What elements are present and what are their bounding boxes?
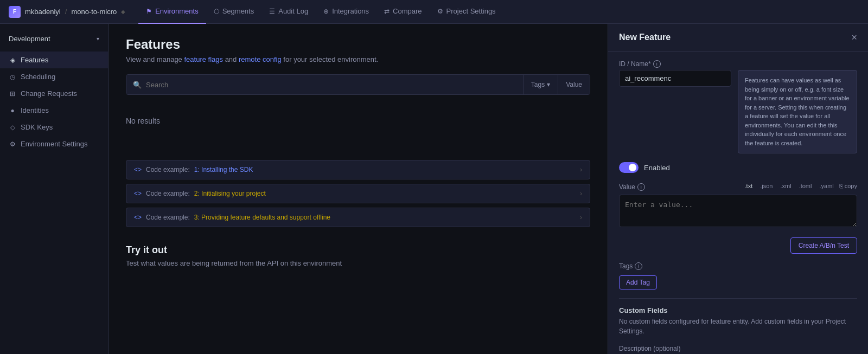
nav-label-integrations: Integrations — [332, 7, 369, 15]
value-section: Value i .txt .json .xml .toml .yaml ⎘ co… — [619, 182, 857, 229]
id-info-icon: i — [653, 60, 661, 68]
integrations-icon: ⊕ — [323, 8, 329, 15]
id-name-input[interactable] — [619, 70, 731, 87]
sidebar-item-identities[interactable]: ● Identities — [0, 102, 108, 119]
nav-item-integrations[interactable]: ⊕ Integrations — [316, 0, 376, 24]
code-example-2[interactable]: <> Code example: 2: Initialising your pr… — [126, 184, 590, 203]
app-logo: F — [9, 6, 21, 18]
chevron-down-icon: ▾ — [97, 36, 99, 42]
nav-label-environments: Environments — [155, 7, 198, 15]
code-example-link-1[interactable]: 1: Installing the SDK — [194, 166, 253, 173]
env-name: Development — [9, 35, 50, 43]
search-area: 🔍 — [126, 75, 523, 94]
enabled-toggle[interactable] — [619, 162, 639, 173]
description-section: Description (optional) — [619, 345, 857, 354]
enabled-row: Enabled — [619, 162, 857, 173]
sidebar-label-scheduling: Scheduling — [21, 73, 55, 81]
custom-fields-section: Custom Fields No custom fields configure… — [619, 298, 857, 336]
copy-icon: ⎘ — [839, 183, 843, 189]
try-section: Try it out Test what values are being re… — [126, 244, 590, 267]
code-example-1[interactable]: <> Code example: 1: Installing the SDK › — [126, 160, 590, 179]
sidebar-item-scheduling[interactable]: ◷ Scheduling — [0, 68, 108, 85]
nav-label-audit: Audit Log — [278, 7, 308, 15]
subtitle-text: View and manage — [126, 55, 182, 63]
id-input-wrapper — [619, 70, 731, 87]
compare-icon: ⇄ — [384, 8, 390, 15]
remote-config-link[interactable]: remote config — [239, 55, 282, 63]
nav-item-compare[interactable]: ⇄ Compare — [376, 0, 429, 24]
features-icon: ◈ — [9, 56, 16, 64]
sidebar-label-env-settings: Environment Settings — [21, 140, 88, 148]
nav-item-environments[interactable]: ⚑ Environments — [138, 0, 206, 24]
subtitle-suffix: for your selected environment. — [283, 55, 378, 63]
code-icon-2: <> — [134, 190, 142, 197]
environments-icon: ⚑ — [146, 8, 152, 15]
sidebar-item-features[interactable]: ◈ Features — [0, 52, 108, 68]
value-field-label: Value i — [619, 183, 645, 191]
nav-item-project-settings[interactable]: ⚙ Project Settings — [430, 0, 503, 24]
id-field-label: ID / Name* i — [619, 60, 857, 68]
tags-filter-button[interactable]: Tags ▾ — [524, 75, 558, 94]
search-icon: 🔍 — [133, 81, 142, 89]
sidebar-label-change-requests: Change Requests — [21, 89, 77, 98]
nav-item-audit-log[interactable]: ☰ Audit Log — [261, 0, 316, 24]
try-desc: Test what values are being returned from… — [126, 259, 590, 267]
format-toml-btn[interactable]: .toml — [797, 182, 814, 190]
tags-label: Tags — [531, 81, 545, 88]
project-name[interactable]: mono-to-micro — [71, 8, 117, 16]
custom-fields-desc: No custom fields configured for feature … — [619, 317, 857, 336]
tags-field-label: Tags i — [619, 262, 857, 270]
code-icon-1: <> — [134, 166, 142, 173]
sidebar-item-change-requests[interactable]: ⊞ Change Requests — [0, 85, 108, 102]
tags-section: Tags i Add Tag — [619, 262, 857, 289]
id-tooltip: Features can have values as well as bein… — [738, 70, 857, 153]
code-icon-3: <> — [134, 214, 142, 221]
scheduling-icon: ◷ — [9, 73, 16, 81]
tags-info-icon: i — [635, 262, 642, 270]
feature-flags-link[interactable]: feature flags — [184, 55, 223, 63]
format-txt-btn[interactable]: .txt — [743, 182, 755, 190]
nav-label-project-settings: Project Settings — [446, 7, 496, 15]
id-field-row: Features can have values as well as bein… — [619, 70, 857, 153]
close-button[interactable]: × — [851, 33, 857, 42]
topbar: F mkbadeniyi / mono-to-micro ◆ ⚑ Environ… — [0, 0, 868, 24]
try-title: Try it out — [126, 244, 590, 256]
nav-item-segments[interactable]: ⬡ Segments — [206, 0, 262, 24]
ab-test-button[interactable]: Create A/B/n Test — [790, 237, 857, 254]
value-filter-button[interactable]: Value — [558, 75, 590, 94]
code-example-link-3[interactable]: 3: Providing feature defaults and suppor… — [194, 214, 330, 221]
enabled-label: Enabled — [644, 164, 670, 172]
sdk-keys-icon: ◇ — [9, 124, 16, 131]
sidebar-item-sdk-keys[interactable]: ◇ SDK Keys — [0, 119, 108, 136]
chevron-right-icon-2: › — [580, 190, 582, 197]
code-example-link-2[interactable]: 2: Initialising your project — [194, 190, 266, 197]
tags-chevron-icon: ▾ — [547, 81, 550, 88]
breadcrumb-sep1: / — [65, 8, 67, 16]
page-title: Features — [126, 37, 590, 52]
chevron-right-icon-1: › — [580, 166, 582, 173]
copy-button[interactable]: ⎘ copy — [839, 183, 857, 189]
sidebar-item-environment-settings[interactable]: ⚙ Environment Settings — [0, 136, 108, 152]
panel-title: New Feature — [619, 33, 671, 42]
no-results-text: No results — [126, 104, 590, 138]
code-example-3[interactable]: <> Code example: 3: Providing feature de… — [126, 208, 590, 227]
nav-label-compare: Compare — [393, 7, 422, 15]
code-examples-section: <> Code example: 1: Installing the SDK ›… — [126, 160, 590, 227]
panel-body: ID / Name* i Features can have values as… — [608, 52, 868, 354]
format-xml-btn[interactable]: .xml — [778, 182, 793, 190]
format-yaml-btn[interactable]: .yaml — [817, 182, 835, 190]
search-input[interactable] — [146, 81, 516, 89]
value-toolbar: .txt .json .xml .toml .yaml ⎘ copy — [743, 182, 857, 190]
settings-icon: ⚙ — [437, 8, 443, 15]
value-input[interactable] — [619, 195, 857, 227]
description-label: Description (optional) — [619, 345, 857, 352]
add-tag-button[interactable]: Add Tag — [619, 275, 657, 289]
main-content: Features View and manage feature flags a… — [108, 24, 608, 354]
format-json-btn[interactable]: .json — [758, 182, 775, 190]
org-name[interactable]: mkbadeniyi — [25, 8, 61, 16]
sidebar-label-features: Features — [21, 56, 48, 64]
new-feature-panel: New Feature × ID / Name* i Features can … — [608, 24, 868, 354]
identities-icon: ● — [9, 107, 16, 114]
value-info-icon: i — [637, 183, 645, 191]
env-selector[interactable]: Development ▾ — [0, 30, 108, 52]
